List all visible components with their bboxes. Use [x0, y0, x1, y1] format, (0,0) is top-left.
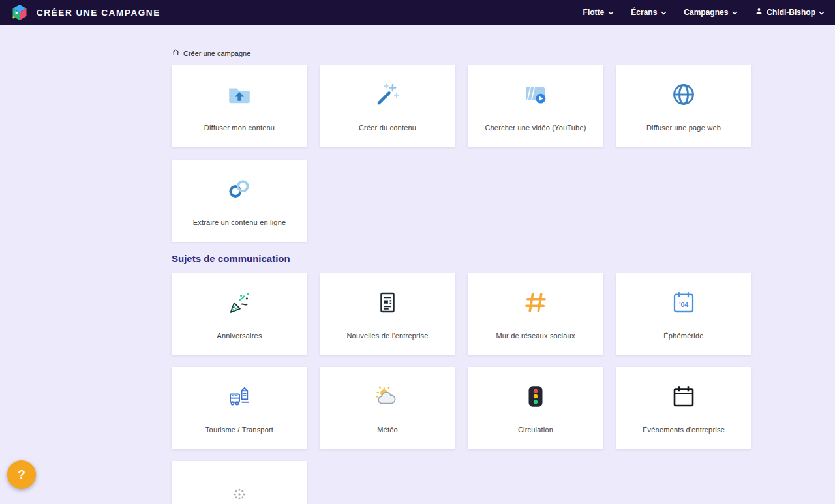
topic-card[interactable]: Circulation [468, 367, 603, 449]
card-label: Diffuser mon contenu [199, 124, 280, 132]
hashtag-icon [522, 289, 549, 316]
card-label: Diffuser une page web [641, 124, 726, 132]
gear-icon [228, 481, 251, 504]
globe-icon [670, 81, 697, 108]
app-logo-icon[interactable] [10, 3, 29, 22]
topic-card[interactable]: Anniversaires [172, 273, 307, 355]
user-menu[interactable]: Chidi-Bishop [755, 7, 825, 18]
creation-card[interactable]: Diffuser mon contenu [172, 65, 307, 147]
traffic-light-icon [522, 383, 549, 410]
nav-item-label: Flotte [583, 8, 605, 17]
chevron-down-icon [608, 11, 614, 15]
card-label: Extraire un contenu en ligne [188, 218, 292, 226]
card-label: Mur de réseaux sociaux [491, 332, 580, 340]
confetti-icon [226, 289, 253, 316]
card-label: Nouvelles de l'entreprise [341, 332, 433, 340]
home-icon [172, 48, 180, 58]
chevron-down-icon [661, 11, 667, 15]
bus-icon [226, 383, 253, 410]
breadcrumb-label: Créer une campagne [183, 50, 250, 57]
card-label: Anniversaires [211, 332, 267, 340]
chevron-down-icon [732, 11, 738, 15]
card-label: Tourisme / Transport [200, 426, 279, 434]
card-label: Éphéméride [658, 332, 708, 340]
topic-card[interactable]: Mur de réseaux sociaux [468, 273, 603, 355]
help-button[interactable]: ? [7, 460, 36, 489]
creation-card[interactable]: Extraire un contenu en ligne [172, 160, 307, 242]
nav-item-label: Campagnes [684, 8, 728, 17]
card-label: Circulation [513, 426, 558, 434]
nav-item-campagnes[interactable]: Campagnes [684, 8, 738, 17]
upload-folder-icon [226, 81, 253, 108]
newspaper-icon [374, 289, 401, 316]
page-title: CRÉER UNE CAMPAGNE [37, 8, 160, 18]
weather-icon [374, 383, 401, 410]
svg-text:'04: '04 [679, 301, 688, 308]
breadcrumb[interactable]: Créer une campagne [172, 48, 752, 58]
magic-wand-icon [374, 81, 401, 108]
creation-card[interactable]: Chercher une vidéo (YouTube) [468, 65, 603, 147]
nav-item-label: Écrans [631, 8, 657, 17]
card-label: Événements d'entreprise [637, 426, 730, 434]
navbar: CRÉER UNE CAMPAGNE Flotte Écrans Campagn… [0, 0, 835, 25]
topic-card[interactable]: Tourisme / Transport [172, 367, 307, 449]
card-label: Créer du contenu [354, 124, 421, 132]
topic-cards-grid: Anniversaires Nouvelles de l'entreprise … [172, 273, 752, 504]
topic-card[interactable]: '04 Éphéméride [616, 273, 752, 355]
user-name: Chidi-Bishop [767, 8, 815, 17]
link-icon [226, 175, 253, 203]
section-title: Sujets de communication [172, 252, 752, 265]
topic-card[interactable]: Météo [320, 367, 455, 449]
topic-card[interactable]: Nouvelles de l'entreprise [320, 273, 455, 355]
creation-card[interactable]: Diffuser une page web [616, 65, 752, 147]
chevron-down-icon [819, 11, 825, 15]
card-label: Météo [372, 426, 403, 434]
nav-item-flotte[interactable]: Flotte [583, 8, 615, 17]
topic-card[interactable]: Événements d'entreprise [616, 367, 752, 449]
topic-card[interactable] [172, 461, 307, 504]
user-icon [755, 7, 763, 18]
calendar-icon [670, 383, 697, 410]
card-label: Chercher une vidéo (YouTube) [479, 124, 591, 132]
creation-card[interactable]: Créer du contenu [320, 65, 455, 147]
main-content: Créer une campagne Diffuser mon contenu … [172, 48, 752, 504]
nav-menu: Flotte Écrans Campagnes Chidi-Bishop [583, 7, 825, 18]
video-search-icon [522, 81, 549, 108]
nav-item-ecrans[interactable]: Écrans [631, 8, 667, 17]
creation-cards-grid: Diffuser mon contenu Créer du contenu Ch… [172, 65, 752, 242]
ephemeris-calendar-icon: '04 [670, 289, 697, 316]
